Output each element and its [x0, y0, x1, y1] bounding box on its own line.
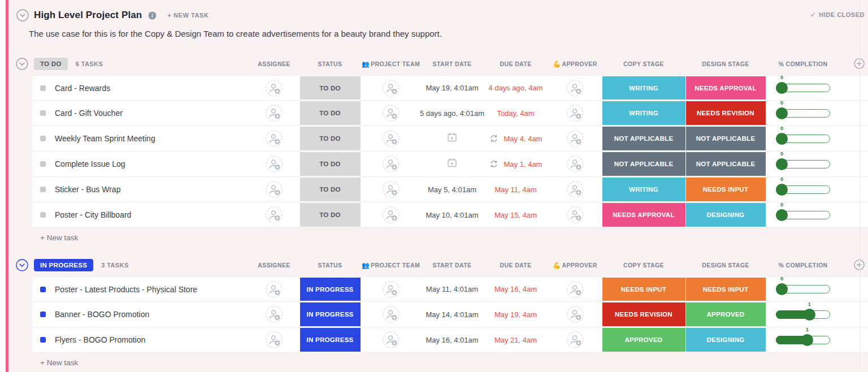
completion-slider[interactable]: 1: [776, 310, 830, 319]
add-approver-button[interactable]: [567, 130, 584, 147]
task-status-square[interactable]: [40, 212, 46, 218]
copy-stage-badge[interactable]: NOT APPLICABLE: [602, 127, 685, 150]
add-assignee-button[interactable]: [266, 130, 283, 147]
slider-knob[interactable]: 1: [804, 309, 815, 321]
slider-knob[interactable]: 0: [776, 82, 788, 94]
collapse-group-button[interactable]: [16, 259, 28, 274]
column-header-assignee[interactable]: ASSIGNEE: [249, 58, 300, 75]
completion-slider[interactable]: 0: [776, 109, 830, 118]
collapse-group-button[interactable]: [16, 58, 28, 72]
add-assignee-button[interactable]: [266, 105, 283, 122]
add-column-button[interactable]: [840, 259, 868, 276]
status-badge[interactable]: TO DO: [300, 203, 361, 227]
copy-stage-badge[interactable]: NEEDS APPROVAL: [602, 203, 685, 227]
new-task-link[interactable]: + New task: [40, 353, 91, 369]
task-status-square[interactable]: [40, 312, 46, 317]
collapse-list-button[interactable]: [16, 9, 29, 21]
copy-stage-badge[interactable]: WRITING: [602, 76, 685, 100]
add-project-team-button[interactable]: [383, 105, 400, 122]
add-assignee-button[interactable]: [266, 181, 283, 198]
add-project-team-button[interactable]: [383, 155, 400, 172]
new-task-button[interactable]: + NEW TASK: [167, 12, 209, 19]
add-approver-button[interactable]: [567, 181, 584, 198]
column-header-start-date[interactable]: START DATE: [421, 58, 483, 75]
column-header-project-team[interactable]: 👥PROJECT TEAM: [361, 58, 421, 75]
add-project-team-button[interactable]: [383, 181, 400, 198]
task-name-cell[interactable]: Card - Gift Voucher: [32, 101, 249, 126]
status-badge[interactable]: TO DO: [300, 127, 361, 150]
task-name-cell[interactable]: Poster - City Billboard: [32, 202, 249, 227]
due-date-cell[interactable]: May 21, 4am: [483, 327, 548, 352]
copy-stage-badge[interactable]: WRITING: [602, 178, 685, 201]
add-project-team-button[interactable]: [383, 331, 400, 348]
due-date-cell[interactable]: Today, 4am: [483, 101, 548, 126]
design-stage-badge[interactable]: DESIGNING: [686, 328, 766, 352]
copy-stage-badge[interactable]: NEEDS INPUT: [602, 278, 685, 301]
due-date-cell[interactable]: May 19, 4am: [483, 302, 548, 327]
task-status-square[interactable]: [40, 85, 46, 91]
column-header-copy-stage[interactable]: COPY STAGE: [602, 58, 685, 75]
slider-knob[interactable]: 0: [776, 283, 788, 295]
add-assignee-button[interactable]: [266, 206, 283, 223]
completion-slider[interactable]: 0: [776, 185, 830, 194]
add-project-team-button[interactable]: [383, 206, 400, 223]
task-status-square[interactable]: [40, 287, 46, 292]
group-status-badge[interactable]: IN PROGRESS: [34, 259, 93, 271]
column-header-status[interactable]: STATUS: [300, 259, 361, 276]
add-project-team-button[interactable]: [383, 130, 400, 147]
design-stage-badge[interactable]: NEEDS REVISION: [686, 101, 766, 125]
start-date-cell[interactable]: May 10, 4:01am: [421, 202, 483, 227]
slider-knob[interactable]: 0: [776, 107, 788, 119]
design-stage-badge[interactable]: NOT APPLICABLE: [686, 127, 766, 150]
column-header-due-date[interactable]: DUE DATE: [483, 58, 548, 75]
add-approver-button[interactable]: [567, 155, 584, 172]
column-header-design-stage[interactable]: DESIGN STAGE: [685, 259, 766, 276]
status-badge[interactable]: TO DO: [300, 101, 361, 125]
due-date-cell[interactable]: May 4, 4am: [483, 126, 548, 151]
add-assignee-button[interactable]: [266, 306, 283, 323]
status-badge[interactable]: TO DO: [300, 178, 361, 201]
status-badge[interactable]: TO DO: [300, 152, 361, 176]
copy-stage-badge[interactable]: NEEDS REVISION: [602, 302, 685, 326]
add-approver-button[interactable]: [567, 105, 584, 122]
status-badge[interactable]: IN PROGRESS: [300, 302, 361, 326]
task-status-square[interactable]: [40, 337, 46, 343]
column-header-approver[interactable]: 💪APPROVER: [548, 259, 602, 276]
start-date-cell[interactable]: [421, 126, 483, 151]
add-assignee-button[interactable]: [266, 155, 283, 172]
start-date-cell[interactable]: 5 days ago, 4:01am: [421, 101, 483, 126]
task-status-square[interactable]: [40, 161, 46, 167]
column-header-design-stage[interactable]: DESIGN STAGE: [685, 58, 766, 75]
column-header-start-date[interactable]: START DATE: [421, 259, 483, 276]
due-date-cell[interactable]: May 16, 4am: [483, 277, 548, 301]
completion-slider[interactable]: 1: [776, 336, 830, 344]
slider-knob[interactable]: 0: [776, 209, 788, 221]
column-header--completion[interactable]: % COMPLETION: [766, 259, 840, 276]
slider-knob[interactable]: 1: [801, 334, 813, 346]
task-name-cell[interactable]: Flyers - BOGO Promotion: [32, 327, 249, 352]
column-header-assignee[interactable]: ASSIGNEE: [249, 259, 300, 276]
design-stage-badge[interactable]: DESIGNING: [686, 203, 766, 227]
design-stage-badge[interactable]: APPROVED: [686, 302, 766, 326]
slider-knob[interactable]: 0: [776, 133, 788, 145]
add-project-team-button[interactable]: [383, 306, 400, 323]
copy-stage-badge[interactable]: WRITING: [602, 101, 685, 125]
add-approver-button[interactable]: [567, 80, 584, 97]
due-date-cell[interactable]: May 1, 4am: [483, 152, 548, 176]
add-approver-button[interactable]: [567, 281, 584, 298]
info-icon[interactable]: [148, 11, 157, 20]
add-assignee-button[interactable]: [266, 80, 283, 97]
status-badge[interactable]: TO DO: [300, 76, 361, 100]
copy-stage-badge[interactable]: NOT APPLICABLE: [602, 152, 685, 176]
add-approver-button[interactable]: [567, 306, 584, 323]
column-header-due-date[interactable]: DUE DATE: [483, 259, 548, 276]
start-date-cell[interactable]: May 14, 4:01am: [421, 302, 483, 327]
completion-slider[interactable]: 0: [776, 160, 830, 168]
due-date-cell[interactable]: 4 days ago, 4am: [483, 76, 548, 100]
design-stage-badge[interactable]: NEEDS INPUT: [686, 178, 766, 201]
task-name-cell[interactable]: Weekly Team Sprint Meeting: [32, 126, 249, 151]
task-status-square[interactable]: [40, 136, 46, 141]
design-stage-badge[interactable]: NOT APPLICABLE: [686, 152, 766, 176]
start-date-cell[interactable]: May 16, 4:01am: [421, 327, 483, 352]
start-date-cell[interactable]: [421, 152, 483, 176]
